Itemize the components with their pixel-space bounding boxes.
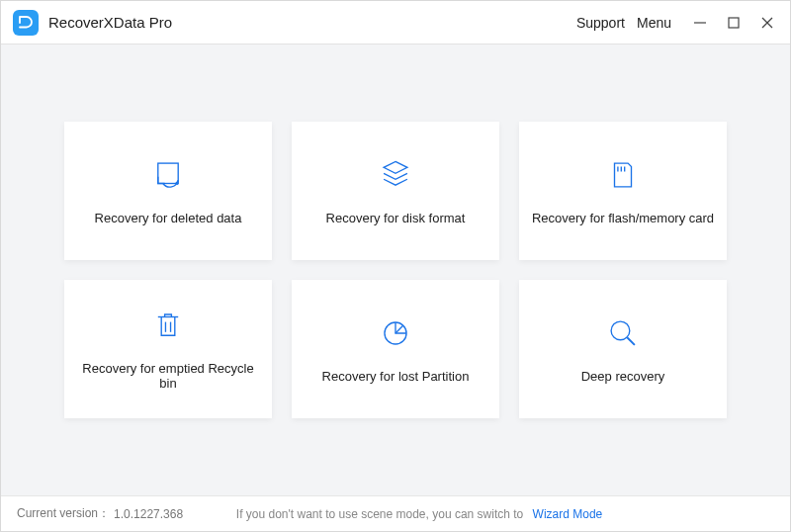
- card-label: Deep recovery: [581, 369, 665, 384]
- app-window: RecoverXData Pro Support Menu: [0, 0, 791, 532]
- title-bar: RecoverXData Pro Support Menu: [1, 1, 790, 44]
- recovery-grid: Recovery for deleted data Recovery for d…: [64, 122, 727, 418]
- version-value: 1.0.1227.368: [114, 507, 183, 521]
- version-label: Current version：: [17, 505, 110, 522]
- svg-line-14: [627, 337, 635, 345]
- minimize-button[interactable]: [691, 14, 709, 32]
- svg-marker-5: [384, 161, 407, 173]
- recycle-bin-icon: [150, 308, 186, 343]
- wizard-mode-link[interactable]: Wizard Mode: [533, 507, 603, 521]
- flash-memory-icon: [605, 157, 641, 193]
- app-logo-icon: [17, 14, 35, 32]
- footer-bar: Current version： 1.0.1227.368 If you don…: [1, 495, 790, 531]
- card-recovery-recycle-bin[interactable]: Recovery for emptied Recycle bin: [64, 280, 272, 418]
- card-label: Recovery for deleted data: [95, 211, 242, 225]
- card-label: Recovery for disk format: [326, 211, 466, 225]
- app-title: RecoverXData Pro: [48, 14, 172, 31]
- maximize-icon: [727, 16, 741, 30]
- deleted-data-icon: [150, 157, 186, 193]
- app-logo: [13, 10, 39, 36]
- footer-center: If you don't want to use scene mode, you…: [183, 507, 656, 521]
- card-label: Recovery for flash/memory card: [532, 211, 714, 225]
- disk-format-icon: [378, 157, 413, 193]
- close-icon: [760, 16, 774, 30]
- card-deep-recovery[interactable]: Deep recovery: [519, 280, 727, 418]
- close-button[interactable]: [758, 14, 776, 32]
- card-label: Recovery for emptied Recycle bin: [74, 361, 262, 391]
- menu-link[interactable]: Menu: [637, 15, 671, 31]
- lost-partition-icon: [378, 315, 413, 351]
- card-recovery-disk-format[interactable]: Recovery for disk format: [292, 122, 499, 260]
- svg-rect-1: [729, 18, 739, 28]
- deep-recovery-icon: [605, 315, 641, 351]
- svg-point-13: [611, 321, 630, 340]
- svg-rect-4: [158, 163, 178, 183]
- card-recovery-deleted[interactable]: Recovery for deleted data: [64, 122, 272, 260]
- minimize-icon: [693, 16, 707, 30]
- window-controls: [691, 14, 776, 32]
- main-content: Recovery for deleted data Recovery for d…: [1, 44, 790, 495]
- card-label: Recovery for lost Partition: [322, 369, 470, 384]
- card-recovery-flash-memory[interactable]: Recovery for flash/memory card: [519, 122, 727, 260]
- support-link[interactable]: Support: [576, 15, 625, 31]
- card-recovery-lost-partition[interactable]: Recovery for lost Partition: [292, 280, 499, 418]
- mode-hint-text: If you don't want to use scene mode, you…: [236, 507, 523, 521]
- maximize-button[interactable]: [725, 14, 743, 32]
